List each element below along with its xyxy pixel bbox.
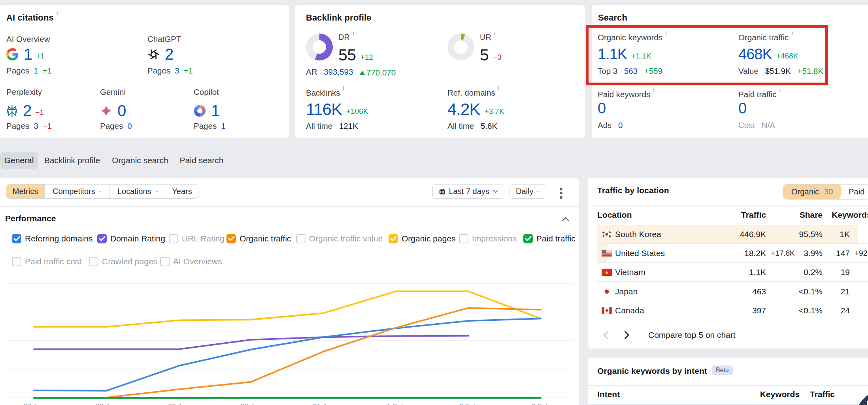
search-title: Search — [598, 13, 627, 23]
info-icon[interactable]: i — [343, 85, 345, 92]
toggle-organic[interactable]: Organic30 — [783, 185, 841, 199]
competitors-dropdown[interactable]: Competitors — [44, 185, 109, 198]
column-header-share[interactable]: Share — [779, 210, 823, 220]
location-row-south-korea[interactable]: South Korea446.9K95.5%1K — [597, 225, 868, 244]
pages-value[interactable]: 3 — [34, 121, 38, 130]
flag-us-icon — [602, 244, 612, 263]
prev-page-icon[interactable] — [603, 331, 608, 339]
checkbox-paid-traffic-cost[interactable]: Paid traffic cost — [12, 257, 81, 266]
checkbox-label: Referring domains — [25, 234, 93, 243]
checkbox-organic-pages[interactable]: Organic pages — [389, 234, 456, 243]
date-range-button[interactable]: Last 7 days — [432, 184, 504, 199]
checkbox-url-rating[interactable]: URL Rating — [169, 234, 225, 243]
info-icon[interactable]: i — [779, 87, 781, 93]
location-row-canada[interactable]: Canada397<0.1%24 — [597, 301, 868, 320]
years-button[interactable]: Years — [166, 185, 198, 198]
traffic-value: 18.2K — [715, 244, 766, 263]
table-row-divider — [597, 243, 868, 244]
domain-overview-dashboard: AI citationsi AI Overview1+1Pages1+1Chat… — [0, 0, 868, 405]
keywords-value[interactable]: 21 — [830, 282, 850, 301]
chart-line-domain-rating — [34, 336, 468, 349]
info-icon[interactable]: i — [57, 10, 58, 16]
ai-metric-delta: +1 — [36, 52, 45, 60]
unchecked-checkbox-icon — [12, 257, 21, 266]
tab-label: Backlink profile — [44, 156, 100, 165]
more-options-button[interactable] — [558, 186, 564, 200]
ads-label: Ads — [598, 121, 611, 130]
ref-domains-label: Ref. domains — [447, 88, 495, 97]
checkbox-paid-traffic[interactable]: Paid traffic — [523, 234, 576, 243]
pages-value[interactable]: 1 — [221, 121, 225, 130]
ur-donut-chart — [447, 34, 474, 60]
chatgpt-icon — [147, 48, 165, 60]
checkbox-domain-rating[interactable]: Domain Rating — [97, 234, 165, 243]
tab-label: Paid search — [180, 156, 224, 165]
keywords-by-intent-title: Organic keywords by intent — [597, 366, 707, 375]
checkbox-impressions[interactable]: Impressions — [459, 234, 517, 243]
keywords-value[interactable]: 147 — [830, 244, 850, 263]
checkbox-label: Paid traffic — [536, 234, 576, 243]
ur-value: 5 — [480, 46, 489, 64]
tab-general[interactable]: General — [0, 152, 38, 169]
column-header-traffic[interactable]: Traffic — [715, 210, 766, 220]
tab-organic-search[interactable]: Organic search — [108, 152, 172, 169]
toggle-paid[interactable]: Paid0 — [841, 185, 868, 199]
pages-value[interactable]: 0 — [127, 121, 132, 130]
keywords-value[interactable]: 19 — [830, 263, 850, 282]
performance-line-chart[interactable]: 27 Jan28 Jan29 Jan30 Jan31 Jan1 Feb2 Feb… — [0, 273, 579, 405]
checkbox-ai-overviews[interactable]: AI Overviews — [160, 257, 222, 266]
compare-top5-link[interactable]: Compare top 5 on chart — [648, 330, 736, 340]
ref-domains-value[interactable]: 4.2K — [447, 100, 480, 119]
tab-paid-search[interactable]: Paid search — [176, 152, 227, 169]
info-icon[interactable]: i — [494, 30, 496, 36]
ads-value[interactable]: 0 — [618, 121, 623, 130]
pages-label: Pages — [6, 66, 29, 75]
checkbox-crawled-pages[interactable]: Crawled pages — [89, 257, 157, 266]
flag-jp-icon — [602, 282, 612, 301]
location-row-vietnam[interactable]: Vietnam1.1K0.2%19 — [597, 263, 868, 282]
pages-value[interactable]: 1 — [34, 66, 38, 75]
column-header-intent[interactable]: Intent — [597, 390, 620, 399]
perplexity-icon — [6, 105, 23, 117]
paid-traffic-value[interactable]: 0 — [738, 100, 746, 117]
location-row-japan[interactable]: Japan463<0.1%21 — [597, 282, 868, 301]
ar-value[interactable]: 393,593 — [324, 67, 353, 76]
info-icon[interactable]: i — [353, 30, 354, 36]
tab-label: General — [4, 156, 34, 165]
checkbox-label: Organic traffic — [240, 234, 291, 243]
view-switcher: Metrics Competitors Locations Years — [6, 184, 198, 199]
locations-dropdown[interactable]: Locations — [109, 185, 166, 198]
column-header-location[interactable]: Location — [597, 210, 632, 220]
ai-metric-label: Perplexity — [6, 87, 42, 97]
triangle-up-icon — [360, 71, 365, 75]
granularity-button[interactable]: Daily — [509, 184, 546, 199]
metric-checkbox-row-1: Referring domainsDomain RatingURL Rating… — [6, 234, 579, 243]
dr-delta: +12 — [360, 53, 373, 62]
location-row-united-states[interactable]: United States18.2K+17.8K3.9%147+92 — [597, 244, 868, 263]
pages-value[interactable]: 3 — [175, 66, 179, 75]
checkbox-organic-traffic[interactable]: Organic traffic — [226, 234, 291, 243]
checkbox-referring-domains[interactable]: Referring domains — [12, 234, 93, 243]
flag-ca-icon — [602, 301, 612, 320]
keywords-value[interactable]: 24 — [830, 301, 850, 320]
pages-label: Pages — [100, 121, 123, 130]
ai-metric-value: 0 — [117, 102, 126, 120]
info-icon[interactable]: i — [653, 87, 655, 93]
svg-text:29 Jan: 29 Jan — [168, 403, 189, 405]
column-header-keywords[interactable]: Keywords — [832, 210, 868, 220]
next-page-icon[interactable] — [624, 331, 630, 339]
tab-backlink-profile[interactable]: Backlink profile — [40, 152, 104, 169]
collapse-section-icon[interactable] — [562, 217, 570, 222]
checkbox-label: Organic pages — [402, 234, 456, 243]
keywords-value[interactable]: 1K — [830, 225, 850, 244]
cost-value: N/A — [762, 121, 775, 130]
column-header-traffic[interactable]: Traffic — [810, 390, 835, 399]
checkbox-organic-traffic-value[interactable]: Organic traffic value — [296, 234, 383, 243]
paid-keywords-value[interactable]: 0 — [598, 100, 606, 117]
metrics-button[interactable]: Metrics — [6, 185, 44, 198]
calendar-icon — [439, 188, 445, 195]
column-header-keywords[interactable]: Keywords — [748, 390, 800, 399]
pages-delta: −1 — [43, 121, 52, 130]
info-icon[interactable]: i — [498, 85, 500, 92]
backlinks-value[interactable]: 116K — [306, 100, 342, 119]
